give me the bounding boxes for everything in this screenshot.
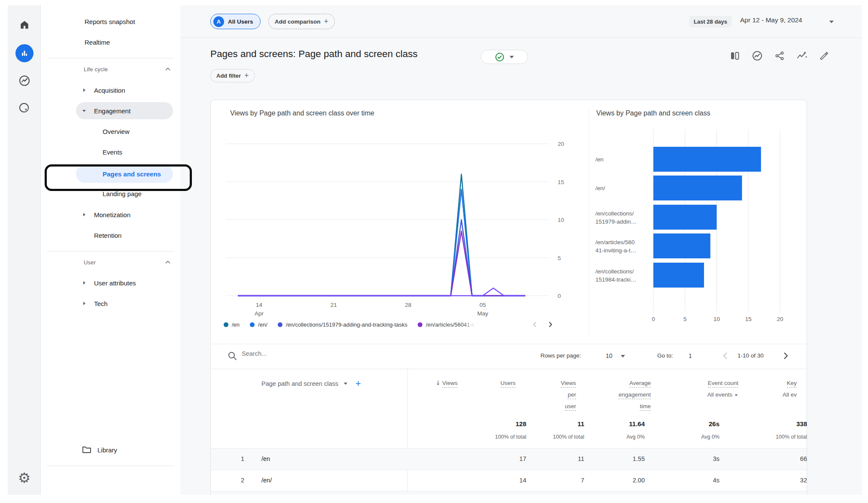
plus-icon: + (324, 17, 329, 26)
edit-pencil-icon[interactable] (819, 51, 829, 61)
legend-item[interactable]: /en/collections/151979-adding-and-tracki… (278, 321, 407, 328)
column-header-users[interactable]: Users (501, 377, 516, 389)
sidebar-item-library[interactable]: Library (41, 439, 180, 460)
column-header-views[interactable]: ↓ Views (436, 377, 458, 389)
add-filter-button[interactable]: Add filter + (210, 69, 255, 82)
table-search-row: Rows per page: 10 Go to: 1 1-10 of 30 (211, 344, 807, 369)
caret-right-icon (81, 212, 87, 218)
prev-page-chevron (721, 351, 730, 361)
table-row[interactable]: 1 /en 17 11 1.55 3s 66 (211, 448, 807, 470)
svg-text:15: 15 (558, 179, 564, 185)
sidebar-item-events[interactable]: Events (41, 142, 180, 162)
rows-per-page-value[interactable]: 10 (606, 352, 613, 359)
sparkline-insights-icon[interactable] (796, 50, 807, 61)
column-header-event-count[interactable]: Event count All events (707, 377, 738, 400)
svg-text:20: 20 (777, 316, 783, 322)
section-header-user[interactable]: User (41, 252, 180, 273)
chart-panel-divider (589, 108, 589, 335)
line-chart-title: Views by Page path and screen class over… (230, 109, 374, 117)
page-title: Pages and screens: Page path and screen … (210, 48, 418, 60)
svg-text:5: 5 (558, 255, 561, 261)
column-header-avg-engagement-time[interactable]: Average engagement time (619, 377, 651, 412)
sidebar-item-tech[interactable]: Tech (41, 293, 180, 314)
column-header-key-events[interactable]: Key All ev (783, 377, 797, 400)
settings-gear-icon[interactable]: ⚙ (8, 468, 41, 487)
caret-right-icon (81, 280, 87, 286)
next-page-chevron[interactable] (781, 351, 790, 361)
totals-event-count: 338 (738, 420, 807, 427)
add-dimension-plus-icon[interactable]: + (355, 378, 361, 389)
app-window: ⚙ Reports snapshot Realtime Life cycle A… (8, 5, 862, 495)
table-row[interactable]: /en/collections/151979-addi (211, 491, 807, 495)
sidebar-item-acquisition[interactable]: Acquisition (41, 80, 180, 100)
totals-views-per-user-sub: Avg 0% (576, 434, 645, 440)
plus-icon: + (244, 71, 249, 80)
legend-next-arrow[interactable] (546, 320, 555, 329)
svg-text:10: 10 (713, 316, 720, 322)
sidebar-item-realtime[interactable]: Realtime (41, 32, 180, 52)
sidebar-item-monetization[interactable]: Monetization (41, 204, 180, 225)
totals-users: 11 (516, 420, 584, 427)
dimension-caret-icon[interactable] (344, 382, 348, 385)
comparison-panel-icon[interactable] (730, 51, 740, 61)
legend-dot (250, 322, 255, 327)
rows-per-page-caret-icon[interactable] (621, 355, 625, 358)
insights-icon[interactable] (752, 50, 763, 61)
table-row[interactable]: 2 /en/ 14 7 2.00 4s 32 (211, 470, 807, 491)
svg-text:10: 10 (558, 217, 564, 223)
sidebar-item-user-attributes[interactable]: User attributes (41, 273, 180, 293)
totals-avg-engagement-time-sub: Avg 0% (651, 434, 719, 440)
explore-nav-icon[interactable] (8, 71, 41, 90)
header-divider (180, 37, 862, 38)
totals-users-sub: 100% of total (516, 434, 584, 440)
chevron-up-icon (165, 259, 171, 265)
dimension-header[interactable]: Page path and screen class + (261, 378, 361, 389)
sidebar-item-engagement[interactable]: Engagement (41, 100, 180, 121)
svg-text:/en/: /en/ (595, 185, 605, 191)
nav-divider (47, 466, 174, 466)
share-icon[interactable] (774, 51, 785, 61)
sidebar-item-pages-and-screens[interactable]: Pages and screens (41, 164, 180, 184)
date-preset-chip[interactable]: Last 28 days (689, 16, 731, 27)
legend-item[interactable]: /en (224, 321, 240, 328)
caret-down-icon (81, 108, 87, 114)
main-content: A All Users Add comparison + Last 28 day… (180, 5, 862, 495)
section-header-life-cycle[interactable]: Life cycle (41, 59, 180, 79)
legend-dot (278, 322, 282, 327)
svg-text:Apr: Apr (255, 310, 264, 317)
sidebar-item-reports-snapshot[interactable]: Reports snapshot (41, 11, 180, 32)
search-input[interactable] (242, 350, 413, 357)
search-icon (227, 351, 237, 361)
bar-chart[interactable]: 05101520/en/en//en/collections/151979-ad… (593, 126, 799, 327)
goto-label: Go to: (657, 352, 673, 359)
legend-dot (418, 322, 422, 327)
legend-dot (224, 322, 228, 327)
home-icon[interactable] (8, 15, 41, 34)
svg-text:14: 14 (256, 302, 263, 308)
svg-text:/en/collections/151979-addin…: /en/collections/151979-addin… (595, 210, 637, 225)
add-comparison-button[interactable]: Add comparison + (268, 14, 335, 29)
line-chart[interactable]: 0510152014Apr212805May (219, 130, 584, 327)
svg-text:05: 05 (480, 302, 486, 308)
pagination-range: 1-10 of 30 (737, 352, 764, 359)
report-summary-card: Views by Page path and screen class over… (210, 100, 807, 495)
legend-item[interactable]: /en/articles/56041-in (418, 321, 476, 328)
column-header-views-per-user[interactable]: Views per user (561, 377, 576, 412)
goto-value[interactable]: 1 (689, 352, 692, 359)
reports-nav-icon[interactable] (8, 44, 41, 63)
date-caret-icon[interactable] (829, 21, 834, 23)
svg-text:0: 0 (652, 316, 655, 322)
chart-legend: /en /en/ /en/collections/151979-adding-a… (224, 320, 476, 329)
sidebar-item-landing-page[interactable]: Landing page (41, 183, 180, 204)
caret-right-icon (81, 87, 87, 93)
report-status-pill[interactable] (481, 50, 528, 64)
sidebar-item-overview[interactable]: Overview (41, 121, 180, 142)
date-range-text[interactable]: Apr 12 - May 9, 2024 (740, 16, 802, 24)
caret-right-icon (81, 300, 87, 306)
all-users-segment-chip[interactable]: A All Users (210, 14, 261, 29)
status-caret-icon (510, 56, 514, 58)
legend-item[interactable]: /en/ (250, 321, 267, 328)
advertising-nav-icon[interactable] (8, 99, 41, 118)
reports-active-circle (15, 44, 33, 62)
sidebar-item-retention[interactable]: Retention (41, 225, 180, 245)
